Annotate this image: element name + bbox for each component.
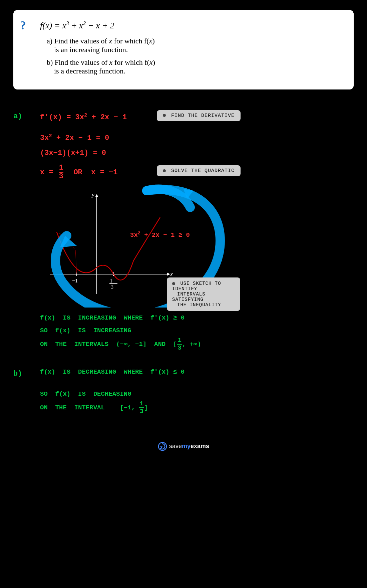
part-a-label: a) — [13, 112, 22, 121]
derivative-row: a) f′(x) = 3x2 + 2x − 1 FIND THE DERIVAT… — [13, 110, 354, 126]
annotation-quadratic: SOLVE THE QUADRATIC — [157, 165, 241, 176]
question-content: f(x) = x3 + x2 − x + 2 a) Find the value… — [40, 20, 340, 75]
question-box: ? f(x) = x3 + x2 − x + 2 a) Find the val… — [13, 10, 354, 89]
footer-save: save — [169, 443, 182, 449]
increasing-interval: ON THE INTERVALS (−∞, −1] AND [13, +∞) — [40, 341, 201, 348]
part-b-label: b) — [13, 370, 22, 378]
decreasing-so-row: SO f(x) IS DECREASING — [13, 390, 354, 398]
increasing-condition: f(x) IS INCREASING WHERE f′(x) ≥ 0 — [40, 314, 185, 322]
increasing-so-row: SO f(x) IS INCREASING — [13, 327, 354, 334]
annotation-derivative: FIND THE DERIVATIVE — [157, 110, 241, 121]
decreasing-so: SO f(x) IS DECREASING — [40, 390, 131, 398]
svg-text:x: x — [170, 271, 173, 277]
question-part-b: b) Find the values of x for which f(x) i… — [47, 58, 340, 75]
footer-brand: savemyexams — [169, 443, 209, 450]
question-icon: ? — [20, 19, 26, 31]
graph-svg: y x −1 1 3 — [40, 191, 180, 304]
svg-line-14 — [62, 235, 64, 237]
decreasing-interval-row: ON THE INTERVAL [−1, 13] — [13, 400, 354, 415]
svg-marker-1 — [95, 194, 98, 197]
increasing-so: SO f(x) IS INCREASING — [40, 327, 131, 334]
savemyexams-icon — [158, 442, 167, 451]
svg-text:1: 1 — [110, 278, 112, 283]
solutions-expr: x = 13 OR x = −1 — [40, 168, 117, 177]
question-formula: f(x) = x3 + x2 − x + 2 — [40, 20, 340, 31]
quadratic-eq-row: 3x2 + 2x − 1 = 0 — [13, 133, 354, 142]
part-b-row: b) f(x) IS DECREASING WHERE f′(x) ≤ 0 — [13, 368, 354, 385]
svg-line-17 — [70, 243, 72, 245]
annotation-sketch: USE SKETCH TO IDENTIFY INTERVALS SATISFY… — [167, 277, 240, 311]
footer-exams: exams — [191, 443, 209, 449]
increasing-interval-row: ON THE INTERVALS (−∞, −1] AND [13, +∞) — [13, 337, 354, 352]
factored-row: (3x−1)(x+1) = 0 — [13, 149, 354, 157]
footer: savemyexams — [0, 435, 367, 459]
svg-text:3: 3 — [111, 285, 113, 290]
decreasing-condition: f(x) IS DECREASING WHERE f′(x) ≤ 0 — [40, 368, 185, 376]
svg-line-18 — [73, 247, 74, 249]
svg-line-16 — [67, 240, 69, 242]
svg-line-13 — [59, 233, 61, 235]
svg-marker-3 — [167, 272, 170, 276]
derivative-expr: f′(x) = 3x2 + 2x − 1 — [40, 112, 127, 122]
solution-area: a) f′(x) = 3x2 + 2x − 1 FIND THE DERIVAT… — [0, 103, 367, 435]
decreasing-condition-wrap: f(x) IS DECREASING WHERE f′(x) ≤ 0 — [13, 368, 354, 376]
question-part-a: a) Find the values of x for which f(x) i… — [47, 37, 340, 54]
svg-text:−1: −1 — [72, 278, 78, 283]
footer-my: my — [182, 443, 191, 449]
quadratic-eq: 3x2 + 2x − 1 = 0 — [40, 134, 109, 142]
graph-section: y x −1 1 3 — [13, 191, 354, 304]
inequality-label: 3x2 + 2x − 1 ≥ 0 — [130, 231, 190, 239]
solutions-row: x = 13 OR x = −1 SOLVE THE QUADRATIC — [13, 164, 354, 184]
footer-logo: savemyexams — [158, 442, 209, 451]
increasing-condition-row: f(x) IS INCREASING WHERE f′(x) ≥ 0 — [13, 314, 354, 322]
decreasing-interval: ON THE INTERVAL [−1, 13] — [40, 404, 148, 411]
svg-text:y: y — [91, 191, 94, 198]
factored-eq: (3x−1)(x+1) = 0 — [40, 149, 106, 157]
svg-line-15 — [65, 238, 66, 240]
svg-line-19 — [75, 250, 77, 274]
